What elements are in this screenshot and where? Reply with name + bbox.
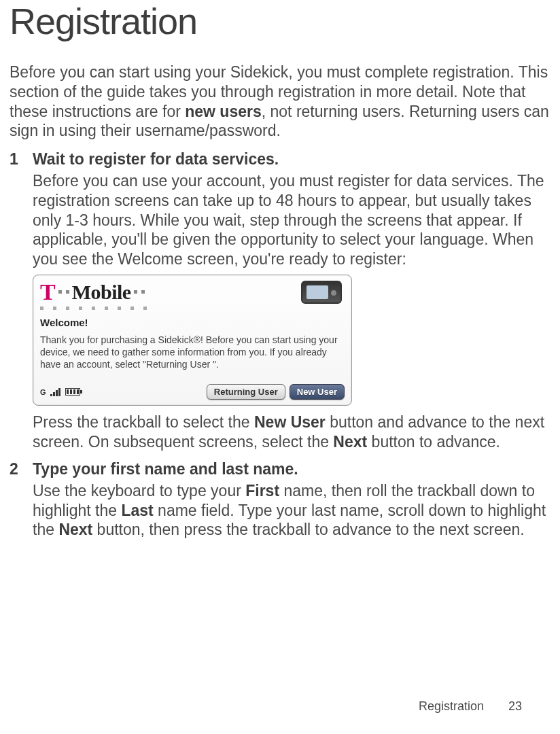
tmobile-word: Mobile <box>72 281 131 304</box>
status-icons: G <box>40 388 80 396</box>
device-footer: G Returning User New User <box>39 383 346 401</box>
page-footer: Registration 23 <box>419 699 522 714</box>
battery-icon <box>65 388 80 396</box>
returning-user-button[interactable]: Returning User <box>207 384 285 400</box>
step-1-number: 1 <box>10 150 33 457</box>
logo-dots-right <box>134 290 145 294</box>
phone-icon <box>301 281 342 304</box>
signal-icon <box>50 388 61 396</box>
welcome-body-text: Thank you for purchasing a Sidekick®! Be… <box>39 334 346 383</box>
device-screenshot: T Mobile Welcome! Thank you for purchasi… <box>33 275 352 406</box>
step-1-title: Wait to register for data services. <box>33 150 550 169</box>
step-2-body-6: button, then press the trackball to adva… <box>92 521 524 538</box>
step-2-body: Use the keyboard to type your First name… <box>33 481 550 540</box>
step-2-number: 2 <box>10 460 33 545</box>
welcome-heading: Welcome! <box>39 314 346 334</box>
new-user-button[interactable]: New User <box>290 384 345 400</box>
device-header: T Mobile <box>39 279 346 308</box>
step-2-title: Type your first name and last name. <box>33 460 550 478</box>
intro-bold-new-users: new users <box>185 103 262 120</box>
step-1-after-0: Press the trackball to select the <box>33 413 254 431</box>
step-1-after: Press the trackball to select the New Us… <box>33 413 550 452</box>
footer-page-number: 23 <box>508 699 522 714</box>
step-2-bold-last: Last <box>121 502 153 519</box>
step-1: 1 Wait to register for data services. Be… <box>10 150 550 457</box>
page-title: Registration <box>10 0 550 42</box>
footer-section: Registration <box>419 699 484 714</box>
step-1-after-bold-newuser: New User <box>254 413 326 431</box>
step-2-bold-next: Next <box>58 521 92 538</box>
logo-dots-left <box>58 290 69 294</box>
intro-paragraph: Before you can start using your Sidekick… <box>10 63 550 141</box>
tmobile-t-logo: T <box>40 281 56 304</box>
step-1-body: Before you can use your account, you mus… <box>33 171 550 269</box>
step-2: 2 Type your first name and last name. Us… <box>10 460 550 545</box>
step-2-bold-first: First <box>245 482 279 500</box>
step-1-after-bold-next: Next <box>333 433 367 451</box>
step-1-after-4: button to advance. <box>367 433 500 451</box>
logo-dots-row <box>39 307 346 310</box>
step-2-body-0: Use the keyboard to type your <box>33 482 245 500</box>
network-icon: G <box>40 388 46 396</box>
